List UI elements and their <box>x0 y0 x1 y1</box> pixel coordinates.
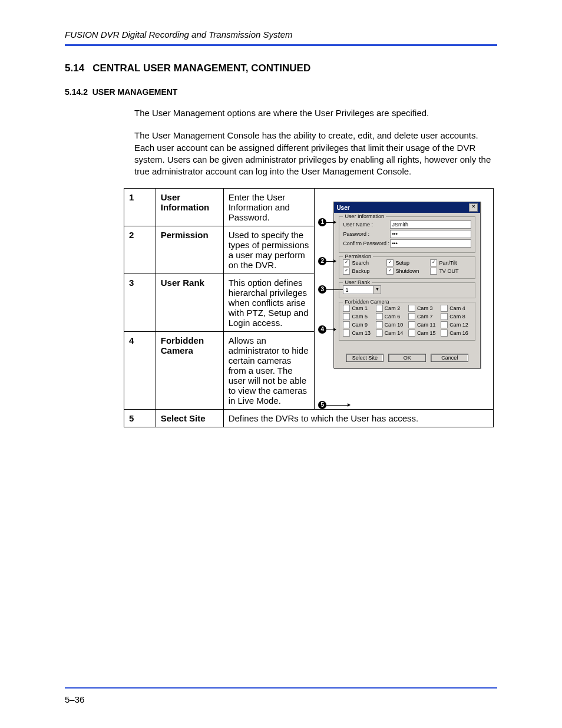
dialog-titlebar: User × <box>334 202 480 213</box>
checkbox-box <box>343 305 350 312</box>
checkbox-label: Cam 13 <box>352 330 371 336</box>
password-input[interactable]: ••• <box>390 230 471 238</box>
checkbox-box: ✓ <box>386 268 394 275</box>
checkbox-box <box>441 330 448 337</box>
row-name: Permission <box>156 226 223 274</box>
paragraph-2: The User Management Console has the abil… <box>134 130 497 177</box>
camera-checkbox[interactable]: Cam 15 <box>408 330 439 337</box>
row-desc: Used to specify the types of permissions… <box>223 226 315 274</box>
row-number: 3 <box>124 274 156 332</box>
user-dialog: User × User Information User Name : JSmi… <box>333 202 481 368</box>
group-label: Permission <box>343 253 373 259</box>
username-label: User Name : <box>343 222 390 228</box>
camera-checkbox[interactable]: Cam 14 <box>376 330 406 337</box>
permission-checkbox[interactable]: ✓Pan/Tilt <box>430 259 471 266</box>
cancel-button[interactable]: Cancel <box>431 354 468 362</box>
ok-button[interactable]: OK <box>388 354 426 362</box>
camera-checkbox[interactable]: Cam 6 <box>376 313 406 320</box>
row-number: 1 <box>124 189 156 226</box>
close-icon[interactable]: × <box>469 203 478 212</box>
row-desc: Allows an administrator to hide certain … <box>223 332 315 410</box>
checkbox-label: Pan/Tilt <box>439 260 457 266</box>
group-label: Forbidden Camera <box>343 299 391 305</box>
checkbox-label: Cam 2 <box>385 305 401 311</box>
checkbox-box: ✓ <box>386 259 394 266</box>
row-desc: This option defines hierarchal privilege… <box>223 274 315 332</box>
checkbox-box <box>376 313 383 320</box>
paragraph-1: The User Management options are where th… <box>134 107 497 119</box>
callout-5: 5 <box>318 401 351 409</box>
checkbox-box <box>408 305 415 312</box>
checkbox-box <box>441 305 448 312</box>
permission-checkbox[interactable]: ✓Setup <box>386 259 428 266</box>
group-label: User Rank <box>343 279 372 285</box>
callout-4: 4 <box>318 325 336 334</box>
user-rank-group: User Rank 1 ▼ <box>339 282 475 298</box>
row-number: 5 <box>124 410 156 427</box>
dialog-title-text: User <box>336 205 349 211</box>
section-title: CENTRAL USER MANAGEMENT, CONTINUED <box>92 62 310 74</box>
camera-checkbox[interactable]: Cam 4 <box>441 305 471 312</box>
checkbox-box <box>376 321 383 328</box>
group-label: User Information <box>343 213 386 219</box>
camera-checkbox[interactable]: Cam 3 <box>408 305 439 312</box>
camera-checkbox[interactable]: Cam 13 <box>343 330 373 337</box>
checkbox-label: Cam 11 <box>417 322 436 328</box>
callout-2: 2 <box>318 257 336 265</box>
page-number: 5–36 <box>65 694 497 704</box>
definition-table: 1 User Information Enter the User Inform… <box>124 188 494 427</box>
checkbox-label: Cam 10 <box>385 322 404 328</box>
chevron-down-icon: ▼ <box>373 286 381 294</box>
username-input[interactable]: JSmith <box>390 220 471 229</box>
password-label: Password : <box>343 231 390 237</box>
permission-checkbox[interactable]: ✓Backup <box>343 268 384 275</box>
checkbox-label: Cam 8 <box>449 314 465 319</box>
checkbox-box <box>441 313 448 320</box>
row-name: User Rank <box>156 274 223 332</box>
camera-checkbox[interactable]: Cam 11 <box>408 321 439 328</box>
checkbox-box <box>343 330 350 337</box>
checkbox-label: Shutdown <box>395 268 419 274</box>
permission-checkbox[interactable]: ✓Shutdown <box>386 268 428 275</box>
section-heading: 5.14 CENTRAL USER MANAGEMENT, CONTINUED <box>65 62 497 74</box>
checkbox-box <box>408 313 415 320</box>
checkbox-label: Setup <box>395 260 409 266</box>
callout-1: 1 <box>318 218 336 226</box>
camera-checkbox[interactable]: Cam 9 <box>343 321 373 328</box>
checkbox-box: ✓ <box>343 259 350 266</box>
checkbox-box: ✓ <box>343 268 350 275</box>
checkbox-label: Search <box>352 260 369 266</box>
select-site-button[interactable]: Select Site <box>346 354 384 362</box>
camera-checkbox[interactable]: Cam 8 <box>441 313 471 320</box>
dialog-screenshot-cell: 1 2 3 4 5 User × User Information U <box>315 189 494 410</box>
permission-group: Permission ✓Search✓Setup✓Pan/Tilt✓Backup… <box>339 256 475 279</box>
confirm-password-label: Confirm Password : <box>343 241 390 246</box>
checkbox-label: Cam 7 <box>417 314 433 319</box>
checkbox-label: Cam 3 <box>417 305 433 311</box>
camera-checkbox[interactable]: Cam 1 <box>343 305 373 312</box>
subsection-heading: 5.14.2 USER MANAGEMENT <box>65 87 497 97</box>
subsection-number: 5.14.2 <box>65 87 88 97</box>
checkbox-label: Cam 12 <box>449 322 468 328</box>
page-footer: 5–36 <box>65 687 497 704</box>
checkbox-box <box>376 330 383 337</box>
permission-checkbox[interactable]: TV OUT <box>430 268 471 275</box>
checkbox-label: Backup <box>352 268 369 274</box>
user-rank-select[interactable]: 1 ▼ <box>343 285 381 294</box>
camera-checkbox[interactable]: Cam 5 <box>343 313 373 320</box>
section-number: 5.14 <box>65 62 84 74</box>
checkbox-box <box>441 321 448 328</box>
row-desc: Enter the User Information and Password. <box>223 189 315 226</box>
checkbox-box <box>408 321 415 328</box>
permission-checkbox[interactable]: ✓Search <box>343 259 384 266</box>
checkbox-box <box>343 313 350 320</box>
confirm-password-input[interactable]: ••• <box>390 239 471 248</box>
camera-checkbox[interactable]: Cam 2 <box>376 305 406 312</box>
camera-checkbox[interactable]: Cam 16 <box>441 330 471 337</box>
camera-checkbox[interactable]: Cam 12 <box>441 321 471 328</box>
checkbox-box <box>408 330 415 337</box>
camera-checkbox[interactable]: Cam 10 <box>376 321 406 328</box>
camera-checkbox[interactable]: Cam 7 <box>408 313 439 320</box>
user-information-group: User Information User Name : JSmith Pass… <box>339 216 475 253</box>
footer-divider <box>65 687 497 689</box>
